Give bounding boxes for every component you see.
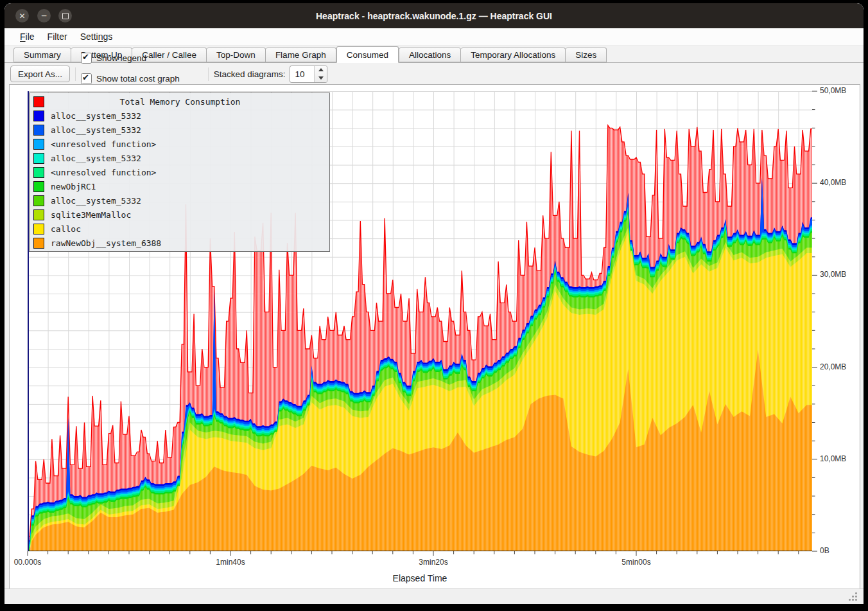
legend-label: <unresolved function> [51, 168, 156, 177]
checkbox-label: Show total cost graph [96, 74, 180, 84]
stacked-diagrams-label: Stacked diagrams: [214, 69, 286, 79]
stacked-diagrams-spinbox[interactable]: 10 [290, 66, 327, 83]
y-tick-label: 20,0MB [820, 362, 846, 371]
legend-label: alloc__system_5332 [51, 196, 141, 206]
menu-item-settings[interactable]: Settings [74, 30, 119, 43]
legend-label: alloc__system_5332 [51, 154, 141, 163]
check-icon: ✔ [82, 52, 89, 62]
legend-swatch-icon [33, 153, 44, 164]
legend-swatch-icon [33, 238, 44, 249]
legend-item: rawNewObj__system_6388 [30, 236, 329, 250]
checkbox-box[interactable]: ✔ [81, 73, 92, 84]
legend-label: <unresolved function> [51, 139, 156, 149]
heaptrack-window: ✕ ─ Heaptrack - heaptrack.wakunode.1.gz … [4, 3, 864, 604]
tab-temporary-allocations[interactable]: Temporary Allocations [461, 48, 566, 62]
legend-item: calloc [30, 222, 329, 236]
legend-swatch-icon [33, 139, 44, 150]
legend-label: sqlite3MemMalloc [51, 210, 131, 220]
spin-down-button[interactable] [315, 74, 327, 82]
legend-swatch-icon [33, 181, 44, 192]
menu-bar: FileFilterSettings [4, 28, 864, 46]
checkbox-show-total-cost-graph[interactable]: ✔Show total cost graph [81, 73, 200, 84]
legend-item: <unresolved function> [30, 137, 329, 151]
menu-item-filter[interactable]: Filter [41, 30, 74, 43]
x-tick-label: 00.000s [14, 558, 42, 567]
chart-panel: Total Memory Consumptionalloc__system_53… [9, 84, 860, 589]
toolbar: Export As... ✔Show legend✔Show total cos… [4, 63, 864, 85]
check-icon: ✔ [82, 73, 89, 82]
legend-swatch-icon [33, 195, 44, 206]
tab-summary[interactable]: Summary [13, 48, 71, 62]
tab-allocations[interactable]: Allocations [399, 48, 461, 62]
x-tick-label: 3min20s [419, 558, 447, 567]
tab-sizes[interactable]: Sizes [566, 48, 607, 62]
arrow-down-icon [318, 76, 324, 80]
legend-item: alloc__system_5332 [30, 193, 329, 208]
legend-swatch-icon [33, 224, 44, 235]
y-tick-label: 30,0MB [820, 270, 846, 279]
arrow-up-icon [318, 68, 324, 71]
legend-swatch-icon [33, 167, 44, 178]
x-tick-label: 1min40s [216, 558, 245, 567]
legend-label: alloc__system_5332 [51, 111, 141, 121]
y-tick-label: 10,0MB [820, 454, 846, 463]
legend-item: sqlite3MemMalloc [30, 208, 329, 222]
legend-item: alloc__system_5332 [30, 151, 329, 165]
y-tick-label: 0B [820, 546, 829, 555]
x-tick-label: 5min00s [621, 558, 650, 567]
spinbox-value[interactable]: 10 [290, 66, 314, 82]
legend-item: Total Memory Consumption [30, 94, 329, 109]
toolbar-separator [208, 67, 209, 81]
tab-consumed[interactable]: Consumed [336, 46, 399, 63]
legend-label: calloc [51, 224, 81, 234]
legend-label: newObjRC1 [51, 182, 96, 191]
legend-title: Total Memory Consumption [51, 97, 309, 107]
tab-top-down[interactable]: Top-Down [207, 48, 266, 62]
x-axis-title: Elapsed Time [28, 573, 812, 583]
checkbox-box[interactable]: ✔ [81, 53, 92, 64]
checkbox-label: Show legend [96, 53, 146, 63]
legend-swatch-icon [33, 209, 44, 220]
chart-legend: Total Memory Consumptionalloc__system_53… [29, 93, 330, 252]
y-tick-label: 40,0MB [820, 178, 846, 187]
spin-up-button[interactable] [315, 66, 327, 75]
status-bar [4, 589, 864, 604]
y-tick-label: 50,0MB [820, 86, 846, 95]
legend-swatch-icon [33, 125, 44, 136]
window-title: Heaptrack - heaptrack.wakunode.1.gz — He… [4, 3, 864, 28]
legend-swatch-icon [33, 96, 44, 107]
legend-item: alloc__system_5332 [30, 123, 329, 137]
menu-item-file[interactable]: File [13, 30, 41, 43]
resize-grip[interactable] [849, 592, 858, 602]
legend-label: rawNewObj__system_6388 [51, 238, 161, 248]
tab-flame-graph[interactable]: Flame Graph [266, 48, 336, 62]
export-as-button[interactable]: Export As... [10, 66, 70, 82]
legend-item: alloc__system_5332 [30, 109, 329, 123]
legend-item: newObjRC1 [30, 179, 329, 193]
legend-item: <unresolved function> [30, 165, 329, 179]
legend-swatch-icon [33, 111, 44, 121]
title-bar: ✕ ─ Heaptrack - heaptrack.wakunode.1.gz … [4, 3, 864, 28]
legend-label: alloc__system_5332 [51, 125, 141, 135]
checkbox-show-legend[interactable]: ✔Show legend [81, 53, 200, 64]
toolbar-separator [75, 67, 76, 81]
